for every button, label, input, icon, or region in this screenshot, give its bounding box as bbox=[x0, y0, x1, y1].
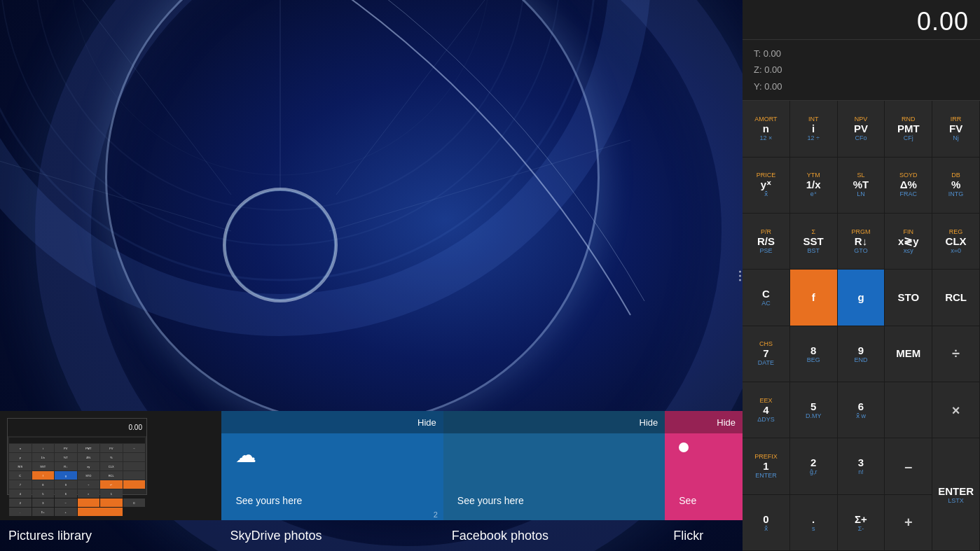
calc-btn-g-3-2[interactable]: g bbox=[838, 270, 885, 326]
svg-point-2 bbox=[0, 0, 560, 245]
calc-btn-yˣ-1-0[interactable]: PRICEyˣx̄ bbox=[743, 158, 790, 214]
calc-btn-Δ%-1-3[interactable]: SOYDΔ%FRAC bbox=[885, 158, 932, 214]
calc-btn-.-7-1[interactable]: .s bbox=[790, 495, 838, 551]
tile-skydrive-label: SkyDrive photos bbox=[221, 520, 443, 551]
tile-flickr-preview: Hide See bbox=[665, 411, 743, 520]
tile-skydrive-preview: Hide ☁ See yours here bbox=[221, 411, 443, 520]
tile-facebook-preview: Hide See yours here bbox=[443, 411, 665, 520]
calc-display: 0.00 bbox=[743, 0, 980, 40]
calc-btn-n-0-0[interactable]: AMORTn12 × bbox=[743, 101, 790, 157]
calc-btn-CLX-2-4[interactable]: REGCLXx=0 bbox=[932, 214, 980, 270]
calc-btn-%-1-4[interactable]: DB%INTG bbox=[932, 158, 980, 214]
svg-line-9 bbox=[56, 0, 231, 195]
calc-btn-R/S-2-0[interactable]: P/RR/SPSE bbox=[743, 214, 790, 270]
facebook-hide-bar: Hide bbox=[443, 411, 665, 433]
tile-pictures-preview: 0.00 niPVPMTFV→ y1/x%TΔ%% R/SSSTR↓xyCLX … bbox=[0, 411, 221, 520]
skydrive-icon: ☁ bbox=[235, 442, 256, 467]
svg-line-10 bbox=[329, 140, 630, 231]
tiles-strip: 0.00 niPVPMTFV→ y1/x%TΔ%% R/SSSTR↓xyCLX … bbox=[0, 411, 743, 551]
calc-btn-%T-1-2[interactable]: SL%TLN bbox=[838, 158, 885, 214]
svg-point-1 bbox=[0, 0, 595, 280]
svg-line-8 bbox=[336, 0, 511, 195]
calc-btn-FV-0-4[interactable]: IRRFVNj bbox=[932, 101, 980, 157]
calc-main-value: 0.00 bbox=[754, 7, 969, 36]
calc-btn-R↓-2-2[interactable]: PRGMR↓GTO bbox=[838, 214, 885, 270]
calc-btn-blank-5-3[interactable] bbox=[885, 382, 932, 438]
calc-stack-Z: Z: 0.00 bbox=[754, 62, 969, 78]
calc-btn-9-4-2[interactable]: 9END bbox=[838, 326, 885, 382]
flickr-dot bbox=[679, 442, 689, 452]
calc-stack-Y: Y: 0.00 bbox=[754, 78, 969, 95]
calc-btn-RCL-3-4[interactable]: RCL bbox=[932, 270, 980, 326]
calc-btn-1-6-0[interactable]: PREFIX1ENTER bbox=[743, 438, 790, 494]
calc-btn-i-0-1[interactable]: INTi12 ÷ bbox=[790, 101, 838, 157]
calc-btn-Σ+-7-2[interactable]: Σ+Σ- bbox=[838, 495, 885, 551]
svg-point-4 bbox=[70, 0, 490, 175]
tile-pictures-label: Pictures library bbox=[0, 520, 221, 551]
flickr-hide-label[interactable]: Hide bbox=[717, 417, 736, 428]
calc-btn-8-4-1[interactable]: 8BEG bbox=[790, 326, 838, 382]
skydrive-hide-label[interactable]: Hide bbox=[417, 417, 436, 428]
calculator-panel: 0.00 T: 0.00 Z: 0.00 Y: 0.00 AMORTn12 ×I… bbox=[743, 0, 980, 551]
svg-line-11 bbox=[0, 140, 231, 231]
calc-btn-+-7-3[interactable]: + bbox=[885, 495, 932, 551]
calc-btn-6-5-2[interactable]: 6x̄ w bbox=[838, 382, 885, 438]
tile-flickr[interactable]: Hide See Flickr bbox=[665, 411, 743, 551]
calc-btn-4-5-0[interactable]: EEX4ΔDYS bbox=[743, 382, 790, 438]
calc-btn-x≷y-2-3[interactable]: FINx≷yx≤y bbox=[885, 214, 932, 270]
tile-pictures[interactable]: 0.00 niPVPMTFV→ y1/x%TΔ%% R/SSSTR↓xyCLX … bbox=[0, 411, 221, 551]
calc-btn-5-5-1[interactable]: 5D.MY bbox=[790, 382, 838, 438]
resize-handle[interactable] bbox=[737, 270, 743, 281]
calc-btn-PMT-0-3[interactable]: RNDPMTCFj bbox=[885, 101, 932, 157]
tile-facebook-label: Facebook photos bbox=[443, 520, 665, 551]
calc-stack: T: 0.00 Z: 0.00 Y: 0.00 bbox=[743, 40, 980, 101]
flickr-hide-bar: Hide bbox=[665, 411, 743, 433]
calc-btn-ENTER-6-4[interactable]: ENTERLSTX bbox=[932, 438, 980, 551]
calc-btn-PV-0-2[interactable]: NPVPVCFo bbox=[838, 101, 885, 157]
calc-btn-×-5-4[interactable]: × bbox=[932, 382, 980, 438]
skydrive-see-yours: See yours here bbox=[235, 495, 302, 506]
calc-btn-–-6-3[interactable]: – bbox=[885, 438, 932, 494]
calc-btn-C-3-0[interactable]: CAC bbox=[743, 270, 790, 326]
svg-point-0 bbox=[0, 0, 630, 315]
flickr-see-yours: See bbox=[679, 495, 696, 506]
tile-skydrive-number: 2 bbox=[434, 510, 438, 519]
calc-btn-7-4-0[interactable]: CHS7DATE bbox=[743, 326, 790, 382]
calc-thumbnail: 0.00 niPVPMTFV→ y1/x%TΔ%% R/SSSTR↓xyCLX … bbox=[7, 418, 147, 495]
calc-btn-SST-2-1[interactable]: ΣSSTBST bbox=[790, 214, 838, 270]
tile-facebook[interactable]: Hide See yours here Facebook photos bbox=[443, 411, 665, 551]
calc-btn-1/x-1-1[interactable]: YTM1/xeˣ bbox=[790, 158, 838, 214]
facebook-see-yours: See yours here bbox=[457, 495, 524, 506]
calc-btn-0-7-0[interactable]: 0x̄ bbox=[743, 495, 790, 551]
tile-skydrive[interactable]: Hide ☁ See yours here SkyDrive photos 2 bbox=[221, 411, 443, 551]
calc-btn-f-3-1[interactable]: f bbox=[790, 270, 838, 326]
svg-point-6 bbox=[226, 190, 335, 300]
calc-btn-STO-3-3[interactable]: STO bbox=[885, 270, 932, 326]
skydrive-hide-bar: Hide bbox=[221, 411, 443, 433]
svg-point-3 bbox=[35, 0, 525, 210]
photo-area: 0.00 niPVPMTFV→ y1/x%TΔ%% R/SSSTR↓xyCLX … bbox=[0, 0, 743, 551]
facebook-hide-label[interactable]: Hide bbox=[640, 417, 658, 428]
calc-buttons-grid: AMORTn12 ×INTi12 ÷NPVPVCFoRNDPMTCFjIRRFV… bbox=[743, 101, 980, 551]
svg-point-5 bbox=[224, 189, 336, 301]
calc-btn-3-6-2[interactable]: 3n! bbox=[838, 438, 885, 494]
calc-btn-MEM-4-3[interactable]: MEM bbox=[885, 326, 932, 382]
calc-stack-T: T: 0.00 bbox=[754, 46, 969, 62]
tile-flickr-label: Flickr bbox=[665, 520, 743, 551]
calc-btn-÷-4-4[interactable]: ÷ bbox=[932, 326, 980, 382]
calc-btn-2-6-1[interactable]: 2ĝ,r bbox=[790, 438, 838, 494]
